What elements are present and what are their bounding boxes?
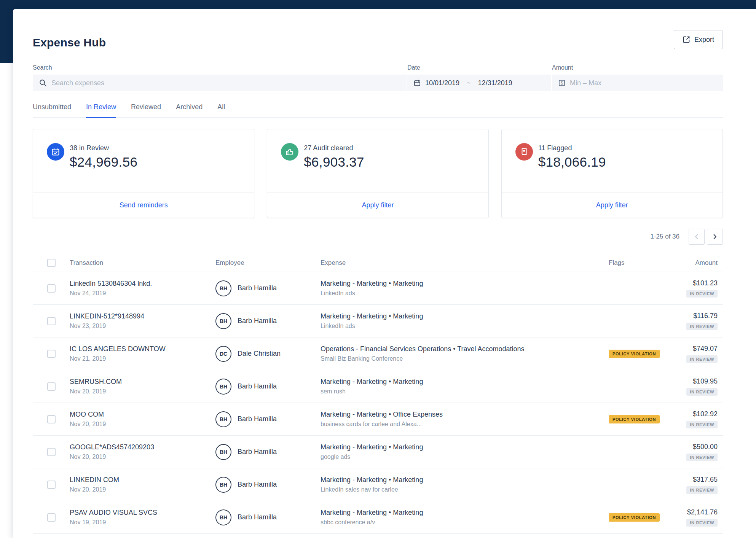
status-badge: IN REVIEW — [686, 486, 718, 494]
transaction-name: LinkedIn 5130846304 lnkd. — [70, 280, 215, 288]
table-row[interactable]: PSAV AUDIO VISUAL SVCS Nov 19, 2019 BH B… — [33, 501, 723, 534]
transaction-date: Nov 20, 2019 — [70, 388, 215, 395]
table-header-row: Transaction Employee Expense Flags Amoun… — [33, 254, 723, 272]
next-page-button[interactable] — [707, 229, 723, 245]
search-label: Search — [33, 64, 407, 71]
transaction-name: MOO COM — [70, 411, 215, 419]
row-checkbox[interactable] — [47, 317, 56, 325]
filter-bar: Search Date Amount 10/01/2019 ~ 12/31/20… — [33, 64, 723, 91]
amount-value: $500.00 — [693, 443, 718, 451]
row-checkbox[interactable] — [47, 382, 56, 391]
audit-cleared-count: 27 Audit cleared — [304, 144, 364, 152]
status-badge: IN REVIEW — [686, 290, 718, 298]
policy-violation-badge: POLICY VIOLATION — [609, 415, 660, 423]
expense-category: Marketing - Marketing • Office Expenses — [321, 411, 601, 419]
tab-unsubmitted[interactable]: Unsubmitted — [33, 103, 71, 118]
expense-category: Marketing - Marketing • Marketing — [321, 280, 601, 288]
tab-in-review[interactable]: In Review — [86, 103, 116, 118]
chevron-right-icon — [711, 232, 719, 241]
expense-category: Marketing - Marketing • Marketing — [321, 378, 601, 386]
status-badge: IN REVIEW — [686, 454, 718, 461]
export-button[interactable]: Export — [674, 30, 723, 49]
main-panel: Expense Hub Export Search Date Amount — [13, 9, 756, 538]
employee-avatar: BH — [215, 477, 231, 493]
table-row[interactable]: LINKEDIN-512*9148994 Nov 23, 2019 BH Bar… — [33, 305, 723, 337]
table-row[interactable]: MOO COM Nov 20, 2019 BH Barb Hamilla Mar… — [33, 403, 723, 436]
svg-text:$: $ — [561, 81, 563, 85]
flagged-apply-filter-button[interactable]: Apply filter — [502, 193, 723, 218]
policy-violation-badge: POLICY VIOLATION — [609, 513, 660, 522]
in-review-amount: $24,969.56 — [70, 154, 137, 170]
expense-memo: business cards for carlee and Alexa... — [321, 421, 601, 428]
status-badge: IN REVIEW — [686, 519, 718, 527]
row-checkbox[interactable] — [47, 415, 56, 423]
page-header: Expense Hub Export — [33, 36, 723, 49]
transaction-date: Nov 23, 2019 — [70, 323, 215, 329]
status-badge: IN REVIEW — [686, 421, 718, 428]
employee-name: Barb Hamilla — [238, 448, 277, 456]
row-checkbox[interactable] — [47, 513, 56, 522]
status-badge: IN REVIEW — [686, 355, 718, 363]
row-checkbox[interactable] — [47, 284, 56, 293]
flagged-amount: $18,066.19 — [538, 154, 606, 170]
previous-page-button[interactable] — [689, 229, 705, 245]
transaction-date: Nov 20, 2019 — [70, 454, 215, 460]
date-start-value[interactable]: 10/01/2019 — [425, 79, 459, 87]
employee-avatar: BH — [215, 280, 231, 296]
table-row[interactable]: SEMRUSH.COM Nov 20, 2019 BH Barb Hamilla… — [33, 370, 723, 403]
expense-memo: LinkedIn ads — [321, 323, 601, 329]
calendar-icon — [413, 79, 421, 87]
flagged-count: 11 Flagged — [538, 144, 606, 152]
table-row[interactable]: IC LOS ANGELES DOWNTOW Nov 21, 2019 DC D… — [33, 337, 723, 370]
amount-field[interactable]: $ — [552, 75, 723, 91]
tab-label: Archived — [176, 103, 203, 111]
search-field[interactable] — [33, 75, 407, 91]
amount-value: $116.79 — [693, 312, 718, 320]
date-label: Date — [407, 64, 551, 71]
calendar-check-icon — [47, 143, 64, 161]
table-row[interactable]: LINKEDIN COM Nov 20, 2019 BH Barb Hamill… — [33, 468, 723, 501]
tab-archived[interactable]: Archived — [176, 103, 203, 118]
flagged-receipt-icon — [515, 143, 533, 161]
tab-reviewed[interactable]: Reviewed — [131, 103, 161, 118]
in-review-summary-card: 38 in Review $24,969.56 Send reminders — [33, 129, 254, 218]
search-input[interactable] — [51, 79, 400, 87]
status-badge: IN REVIEW — [686, 388, 718, 396]
transaction-date: Nov 20, 2019 — [70, 421, 215, 428]
transaction-name: SEMRUSH.COM — [70, 378, 215, 386]
tab-label: Reviewed — [131, 103, 161, 111]
employee-avatar: DC — [215, 346, 231, 362]
column-header-employee: Employee — [215, 259, 244, 267]
search-icon — [39, 79, 47, 87]
expense-memo: LinkedIn ads — [321, 290, 601, 297]
table-row[interactable]: GOOGLE*ADS4574209203 Nov 20, 2019 BH Bar… — [33, 436, 723, 468]
employee-avatar: BH — [215, 509, 231, 525]
export-button-label: Export — [694, 36, 714, 44]
amount-label: Amount — [552, 64, 723, 71]
amount-range-input[interactable] — [570, 79, 717, 87]
summary-cards: 38 in Review $24,969.56 Send reminders 2… — [33, 129, 723, 218]
date-range-field[interactable]: 10/01/2019 ~ 12/31/2019 — [407, 75, 551, 91]
employee-name: Barb Hamilla — [238, 317, 277, 325]
send-reminders-button[interactable]: Send reminders — [33, 193, 254, 218]
column-header-expense: Expense — [321, 259, 601, 267]
employee-avatar: BH — [215, 379, 231, 395]
table-row[interactable]: LinkedIn 5130846304 lnkd. Nov 24, 2019 B… — [33, 272, 723, 305]
date-range-separator: ~ — [464, 79, 474, 87]
date-end-value[interactable]: 12/31/2019 — [478, 79, 512, 87]
column-header-transaction: Transaction — [70, 259, 215, 267]
row-checkbox[interactable] — [47, 350, 56, 358]
row-checkbox[interactable] — [47, 481, 56, 489]
row-checkbox[interactable] — [47, 448, 56, 456]
employee-name: Barb Hamilla — [238, 382, 277, 390]
audit-cleared-amount: $6,903.37 — [304, 154, 364, 170]
select-all-checkbox[interactable] — [47, 259, 56, 267]
transaction-date: Nov 21, 2019 — [70, 355, 215, 362]
expense-category: Marketing - Marketing • Marketing — [321, 312, 601, 320]
transaction-name: PSAV AUDIO VISUAL SVCS — [70, 509, 215, 517]
tab-all[interactable]: All — [217, 103, 225, 118]
audit-cleared-apply-filter-button[interactable]: Apply filter — [267, 193, 488, 218]
amount-value: $317.65 — [693, 476, 718, 484]
employee-name: Barb Hamilla — [238, 415, 277, 423]
thumbs-up-icon — [281, 143, 298, 161]
